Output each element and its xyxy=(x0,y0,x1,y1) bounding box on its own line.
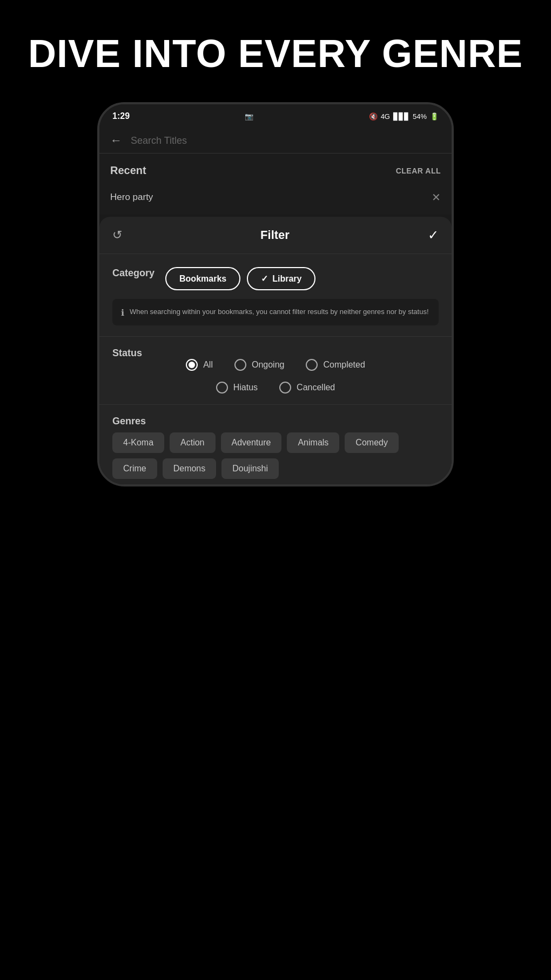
genre-animals[interactable]: Animals xyxy=(287,432,339,453)
genre-comedy[interactable]: Comedy xyxy=(345,432,399,453)
radio-all-label: All xyxy=(203,360,213,370)
check-mark: ✓ xyxy=(261,274,268,284)
recent-header: Recent CLEAR ALL xyxy=(110,164,441,177)
genres-label: Genres xyxy=(112,416,146,426)
info-icon: ℹ xyxy=(121,308,124,318)
phone-mockup: 1:29 📷 🔇 4G ▊▊▊ 54% 🔋 ← Search Titles Re… xyxy=(97,102,454,486)
mute-icon: 🔇 xyxy=(369,112,378,121)
radio-hiatus-label: Hiatus xyxy=(233,383,258,392)
status-time: 1:29 xyxy=(112,111,130,121)
bookmarks-button[interactable]: Bookmarks xyxy=(165,267,240,290)
info-text: When searching within your bookmarks, yo… xyxy=(130,306,429,317)
genre-doujinshi[interactable]: Doujinshi xyxy=(221,458,279,479)
side-button-volume-down xyxy=(97,250,99,288)
genre-crime[interactable]: Crime xyxy=(112,458,157,479)
library-label: Library xyxy=(272,274,301,284)
status-bar: 1:29 📷 🔇 4G ▊▊▊ 54% 🔋 xyxy=(99,104,452,128)
status-ongoing[interactable]: Ongoing xyxy=(234,359,285,371)
recent-item[interactable]: Hero party ✕ xyxy=(110,185,441,209)
radio-hiatus-outer xyxy=(216,382,228,394)
network-icon: ▊▊▊ xyxy=(393,112,409,121)
recent-title: Recent xyxy=(110,164,146,177)
status-all[interactable]: All xyxy=(186,359,213,371)
radio-all-inner xyxy=(189,362,195,368)
radio-completed-label: Completed xyxy=(323,360,365,370)
side-button-volume-up xyxy=(97,212,99,239)
battery-icon: 🔋 xyxy=(430,112,439,121)
status-cancelled[interactable]: Cancelled xyxy=(279,382,335,394)
genre-demons[interactable]: Demons xyxy=(163,458,217,479)
recent-item-text: Hero party xyxy=(110,192,153,203)
recent-section: Recent CLEAR ALL Hero party ✕ xyxy=(99,154,452,215)
status-row-1: All Ongoing Completed xyxy=(112,359,439,371)
search-bar[interactable]: ← Search Titles xyxy=(99,128,452,154)
radio-cancelled-label: Cancelled xyxy=(297,383,335,392)
radio-ongoing-outer xyxy=(234,359,246,371)
filter-title: Filter xyxy=(260,228,290,242)
radio-all-outer xyxy=(186,359,198,371)
side-button-power xyxy=(452,234,454,277)
status-label: Status xyxy=(112,348,142,358)
genre-tags: 4-Koma Action Adventure Animals Comedy C… xyxy=(112,432,439,479)
category-buttons: Bookmarks ✓ Library xyxy=(165,267,315,290)
search-placeholder: Search Titles xyxy=(131,135,441,146)
filter-panel: ↺ Filter ✓ Category Bookmarks ✓ Library … xyxy=(99,217,452,484)
radio-ongoing-label: Ongoing xyxy=(252,360,285,370)
signal-icon: 4G xyxy=(381,112,390,121)
back-icon[interactable]: ← xyxy=(110,134,122,148)
remove-recent-icon[interactable]: ✕ xyxy=(432,191,441,204)
status-row-2: Hiatus Cancelled xyxy=(112,382,439,394)
filter-header: ↺ Filter ✓ xyxy=(99,217,452,254)
status-completed[interactable]: Completed xyxy=(306,359,365,371)
status-section: Status All Ongoing Completed xyxy=(99,337,452,405)
clear-all-button[interactable]: CLEAR ALL xyxy=(396,166,441,175)
category-section: Category Bookmarks ✓ Library ℹ When sear… xyxy=(99,254,452,337)
hero-title: DIVE INTO EVERY GENRE xyxy=(6,0,545,102)
radio-completed-outer xyxy=(306,359,318,371)
genre-4koma[interactable]: 4-Koma xyxy=(112,432,164,453)
info-box: ℹ When searching within your bookmarks, … xyxy=(112,299,439,325)
genre-action[interactable]: Action xyxy=(170,432,215,453)
status-hiatus[interactable]: Hiatus xyxy=(216,382,258,394)
status-icons: 🔇 4G ▊▊▊ 54% 🔋 xyxy=(369,112,439,121)
apply-filter-icon[interactable]: ✓ xyxy=(428,228,439,243)
camera-notch: 📷 xyxy=(245,112,253,121)
radio-cancelled-outer xyxy=(279,382,291,394)
battery-label: 54% xyxy=(413,112,427,121)
genres-section: Genres 4-Koma Action Adventure Animals C… xyxy=(99,405,452,484)
category-label: Category xyxy=(112,268,154,279)
library-button[interactable]: ✓ Library xyxy=(247,267,315,290)
genre-adventure[interactable]: Adventure xyxy=(221,432,282,453)
refresh-icon[interactable]: ↺ xyxy=(112,228,122,242)
